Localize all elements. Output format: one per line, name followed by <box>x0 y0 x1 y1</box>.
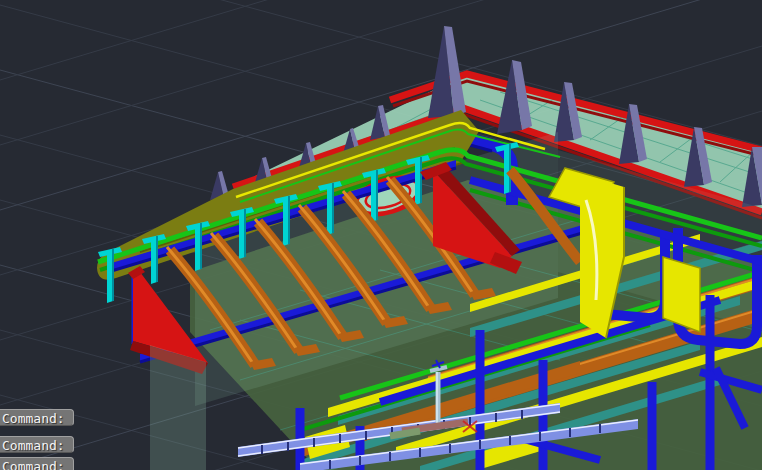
hanging-ghost-plate[interactable] <box>150 345 206 470</box>
command-prompt-line[interactable]: Command: <box>0 409 74 426</box>
command-prompt-line[interactable]: Command: <box>0 436 74 453</box>
viewport-3d-model[interactable] <box>0 0 762 470</box>
command-prompt-line[interactable]: Command: <box>0 457 74 470</box>
